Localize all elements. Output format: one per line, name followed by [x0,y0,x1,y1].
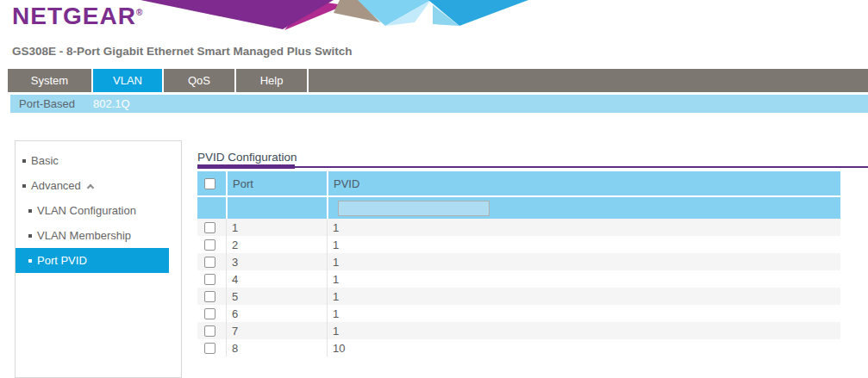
bullet-icon [28,259,32,263]
product-title: GS308E - 8-Port Gigabit Ethernet Smart M… [12,45,353,58]
chevron-up-icon [87,183,94,190]
table-row: 4 1 [197,270,840,288]
row-checkbox[interactable] [204,222,215,233]
table-row: 3 1 [197,253,840,270]
sidebar-item-label: VLAN Configuration [37,204,136,217]
pvid-cell: 1 [327,219,840,236]
pvid-cell: 1 [327,305,840,322]
sidebar-item-advanced[interactable]: Advanced [16,173,181,198]
port-cell: 6 [226,305,327,322]
table-row: 2 1 [197,236,840,253]
sidebar-item-basic[interactable]: Basic [16,148,181,173]
tab-qos[interactable]: QoS [164,69,236,92]
main-nav: System VLAN QoS Help [8,69,868,92]
bullet-icon [28,209,32,213]
table-row: 7 1 [197,322,840,339]
port-cell: 1 [226,219,327,236]
column-header-port: Port [226,171,327,195]
row-checkbox[interactable] [204,325,215,337]
port-cell: 7 [226,322,327,339]
pvid-cell: 1 [327,236,840,253]
pvid-cell: 1 [327,270,840,288]
table-row: 6 1 [197,305,840,322]
row-checkbox[interactable] [204,239,215,251]
row-checkbox[interactable] [204,291,215,302]
select-all-checkbox[interactable] [204,178,215,189]
heading-rule-accent [197,164,295,169]
table-filter-row [197,197,840,219]
heading-rule [197,166,868,168]
registered-trademark: ® [136,8,143,17]
sidebar-item-label: Port PVID [37,254,87,267]
row-checkbox[interactable] [204,274,215,285]
subnav-802-1q[interactable]: 802.1Q [93,97,130,110]
sidebar-item-label: VLAN Membership [37,229,131,242]
vlan-subnav: Port-Based 802.1Q [10,95,868,113]
sidebar: Basic Advanced VLAN Configuration VLAN M… [15,140,182,378]
port-cell: 3 [226,253,327,270]
bullet-icon [22,159,26,163]
pvid-cell: 1 [327,288,840,305]
sidebar-item-label: Basic [31,154,59,167]
port-cell: 4 [226,270,327,288]
bullet-icon [28,234,32,238]
port-cell: 8 [226,339,327,356]
row-checkbox[interactable] [204,308,215,319]
column-header-pvid: PVID [327,171,840,195]
table-row: 1 1 [197,219,840,236]
pvid-cell: 10 [327,339,840,356]
netgear-logo: NETGEAR® [12,3,143,30]
pvid-cell: 1 [327,253,840,270]
sidebar-item-vlan-configuration[interactable]: VLAN Configuration [16,198,181,223]
netgear-logo-text: NETGEAR [12,3,136,29]
tab-system[interactable]: System [8,69,93,92]
sidebar-item-label: Advanced [31,179,81,192]
row-checkbox[interactable] [204,257,215,268]
sidebar-item-port-pvid[interactable]: Port PVID [16,248,169,273]
sidebar-item-vlan-membership[interactable]: VLAN Membership [16,223,181,248]
tab-help[interactable]: Help [236,69,309,92]
row-checkbox[interactable] [204,343,215,354]
pvid-table: Port PVID 1 1 2 1 3 1 4 1 5 1 6 1 7 1 [197,171,840,356]
port-cell: 5 [226,288,327,305]
page-title: PVID Configuration [197,151,297,164]
table-row: 8 10 [197,339,840,356]
tab-vlan[interactable]: VLAN [93,69,164,92]
table-header-row: Port PVID [197,171,840,195]
table-row: 5 1 [197,288,840,305]
pvid-cell: 1 [327,322,840,339]
subnav-port-based[interactable]: Port-Based [19,97,75,110]
pvid-filter-input[interactable] [338,201,490,216]
port-cell: 2 [226,236,327,253]
bullet-icon [22,184,26,188]
